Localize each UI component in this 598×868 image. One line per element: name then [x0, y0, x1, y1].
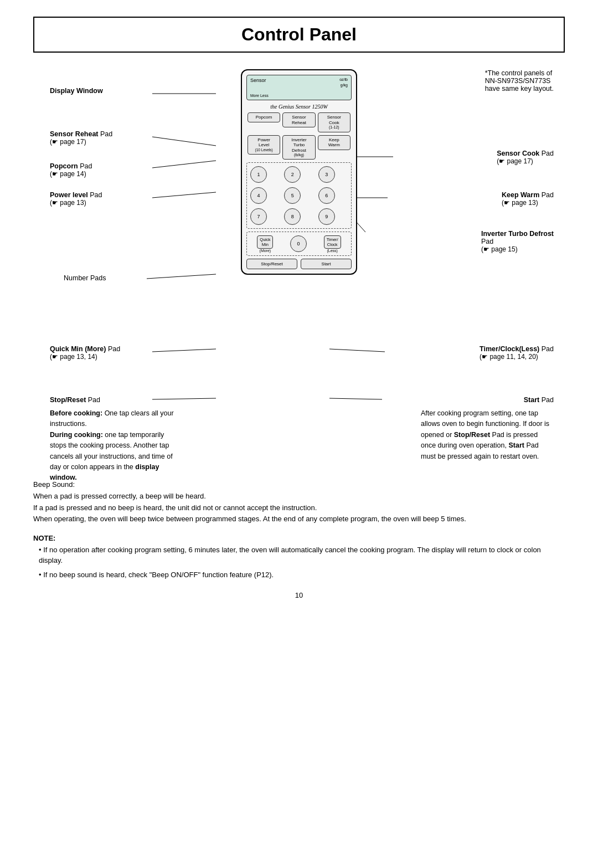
page-number: 10 [33, 591, 565, 599]
page-title-box: Control Panel [33, 17, 565, 53]
label-sensor-reheat: Sensor Reheat Pad (☛ page 17) [50, 130, 112, 146]
display-sensor-label: Sensor [250, 78, 266, 83]
quick-min-btn[interactable]: QuickMin [257, 235, 273, 249]
num-6-btn[interactable]: 6 [318, 187, 335, 204]
label-keep-warm: Keep Warm Pad (☛ page 13) [502, 191, 554, 207]
inverter-turbo-btn[interactable]: InverterTurboDefrost (lb/kg) [282, 135, 315, 160]
timer-clock-group: Timer/Clock (Less) [324, 235, 341, 253]
panel-display: Sensor oz/lb g/kg More Less [246, 75, 352, 100]
display-g-kg: g/kg [341, 83, 348, 87]
svg-line-6 [152, 398, 216, 399]
num-3-btn[interactable]: 3 [318, 166, 335, 183]
num-5-btn[interactable]: 5 [284, 187, 301, 204]
num-9-btn[interactable]: 9 [318, 208, 335, 225]
stop-reset-btn[interactable]: Stop/Reset [246, 259, 297, 269]
svg-line-1 [152, 137, 216, 146]
action-row: Stop/Reset Start [246, 259, 352, 269]
num-2-btn[interactable]: 2 [284, 166, 301, 183]
label-stop-reset-detail: Before cooking: One tap clears all your … [50, 408, 177, 484]
label-inverter-turbo: Inverter Turbo Defrost Pad (☛ page 15) [481, 230, 554, 253]
label-timer-clock: Timer/Clock(Less) Pad (☛ page 11, 14, 20… [480, 345, 554, 361]
sensor-cook-sub: (1-12) [319, 125, 349, 130]
svg-line-11 [329, 398, 382, 399]
svg-line-4 [147, 274, 216, 279]
note-section: NOTE: If no operation after cooking prog… [33, 533, 565, 580]
num-4-btn[interactable]: 4 [250, 187, 267, 204]
page-title: Control Panel [45, 24, 553, 45]
sensor-reheat-btn[interactable]: SensorReheat [282, 112, 315, 127]
timer-clock-sub: (Less) [324, 249, 341, 253]
note-list: If no operation after cooking program se… [33, 545, 565, 581]
bottom-content: Beep Sound: When a pad is pressed correc… [33, 479, 565, 580]
timer-clock-btn[interactable]: Timer/Clock [324, 235, 341, 249]
label-power-level: Power level Pad (☛ page 13) [50, 191, 102, 207]
inverter-turbo-sub: (lb/kg) [284, 153, 313, 157]
note-item-2: If no beep sound is heard, check "Beep O… [39, 569, 565, 581]
display-more-less: More Less [250, 94, 269, 97]
svg-line-10 [329, 349, 385, 352]
number-grid: 1 2 3 4 5 6 7 8 9 [246, 162, 352, 229]
label-stop-reset-title: Stop/Reset Pad [50, 396, 100, 404]
panel-row-2: PowerLevel (10 Levels) InverterTurboDefr… [246, 135, 352, 160]
label-start-title: Start Pad [524, 396, 554, 404]
svg-line-5 [152, 349, 216, 352]
panel-container: Sensor oz/lb g/kg More Less the Genius S… [241, 69, 357, 275]
label-display-window: Display Window [50, 87, 103, 95]
brand-label: the Genius Sensor 1250W [246, 104, 352, 110]
beep-line-3: When operating, the oven will beep twice… [33, 513, 565, 525]
panel-row-1: Popcorn SensorReheat SensorCook (1-12) [246, 112, 352, 132]
svg-line-2 [152, 161, 216, 168]
label-popcorn: Popcorn Pad (☛ page 14) [50, 162, 92, 178]
num-1-btn[interactable]: 1 [250, 166, 267, 183]
keep-warm-btn[interactable]: KeepWarm [318, 135, 350, 150]
label-number-pads: Number Pads [64, 274, 106, 282]
beep-line-1: When a pad is pressed correctly, a beep … [33, 491, 565, 502]
note-item-1: If no operation after cooking program se… [39, 545, 565, 566]
num-7-btn[interactable]: 7 [250, 208, 267, 225]
start-btn[interactable]: Start [301, 259, 352, 269]
svg-line-3 [152, 192, 216, 198]
num-8-btn[interactable]: 8 [284, 208, 301, 225]
quick-min-sub: (More) [257, 249, 273, 253]
beep-line-2: If a pad is pressed and no beep is heard… [33, 502, 565, 514]
power-level-btn[interactable]: PowerLevel (10 Levels) [248, 135, 280, 155]
display-oz-lb: oz/lb [339, 78, 348, 81]
num-0-btn[interactable]: 0 [290, 235, 307, 252]
label-start-detail: After cooking program setting, one tap a… [421, 408, 554, 462]
label-quick-min: Quick Min (More) Pad (☛ page 13, 14) [50, 345, 120, 361]
diagram-area: *The control panels of NN-SN973S/SN773S … [33, 69, 565, 468]
sensor-cook-btn[interactable]: SensorCook (1-12) [318, 112, 350, 132]
popcorn-btn[interactable]: Popcorn [248, 112, 280, 122]
power-level-sub: (10 Levels) [249, 148, 279, 152]
label-sensor-cook: Sensor Cook Pad (☛ page 17) [497, 150, 554, 165]
quick-min-group: QuickMin (More) [257, 235, 273, 253]
header-note: *The control panels of NN-SN973S/SN773S … [485, 69, 554, 93]
panel-box: Sensor oz/lb g/kg More Less the Genius S… [241, 69, 357, 275]
note-title: NOTE: [33, 533, 565, 545]
bottom-number-row: QuickMin (More) 0 Timer/Clock (Less) [246, 232, 352, 256]
